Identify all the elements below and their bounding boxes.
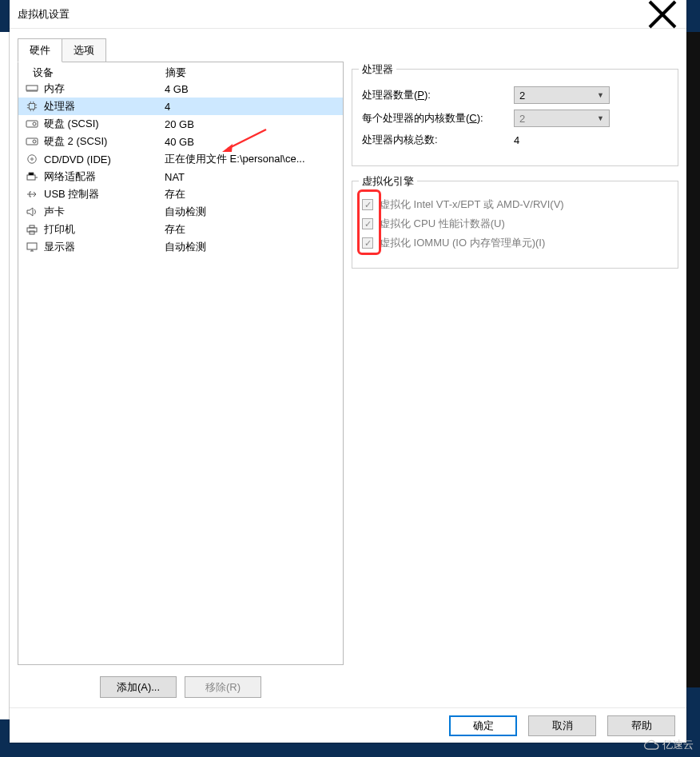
right-column: 处理器 处理器数量(P): 2▼ 每个处理器的内核数量(C): 2▼ 处理器内核… [352,62,678,699]
device-row[interactable]: 打印机存在 [18,221,343,238]
svg-rect-10 [30,225,34,228]
device-name: 显示器 [44,240,75,254]
cores-per-proc-label: 每个处理器的内核数量(C): [362,111,514,126]
usb-icon [25,189,39,200]
cancel-button[interactable]: 取消 [528,715,596,736]
device-row[interactable]: 硬盘 (SCSI)20 GB [18,115,343,133]
device-row[interactable]: 硬盘 2 (SCSI)40 GB [18,133,343,150]
sound-icon [25,206,39,217]
device-row[interactable]: 声卡自动检测 [18,203,343,221]
vm-settings-dialog: 虚拟机设置 硬件 选项 设备 摘要 内存4 GB处理器4硬盘 (SCSI)20 … [10,0,686,743]
chevron-down-icon: ▼ [597,91,604,99]
device-name: CD/DVD (IDE) [44,153,111,165]
device-summary: 正在使用文件 E:\personal\ce... [165,152,333,166]
disk-icon [25,118,39,129]
svg-rect-0 [26,86,38,90]
total-cores-label: 处理器内核总数: [362,133,514,147]
cd-icon [25,153,39,165]
dialog-body: 设备 摘要 内存4 GB处理器4硬盘 (SCSI)20 GB硬盘 2 (SCSI… [10,62,686,707]
titlebar: 虚拟机设置 [10,0,686,29]
close-button[interactable] [646,0,678,29]
device-name: 内存 [44,82,65,96]
device-summary: 40 GB [165,136,333,148]
svg-point-6 [28,155,37,164]
virt-perf-row: ✓ 虚拟化 CPU 性能计数器(U) [362,217,668,231]
virtualization-legend: 虚拟化引擎 [359,174,417,189]
display-icon [25,241,39,253]
total-cores-value: 4 [514,134,668,146]
virt-iommu-checkbox[interactable]: ✓ [362,237,373,249]
device-summary: 存在 [165,222,333,237]
dialog-title: 虚拟机设置 [18,7,646,22]
add-button[interactable]: 添加(A)... [100,676,177,698]
processor-count-row: 处理器数量(P): 2▼ [362,86,668,104]
device-summary: 4 [165,101,333,113]
total-cores-row: 处理器内核总数: 4 [362,133,668,147]
virtualization-group: 虚拟化引擎 ✓ 虚拟化 Intel VT-x/EPT 或 AMD-V/RVI(V… [352,181,678,269]
virt-iommu-label: 虚拟化 IOMMU (IO 内存管理单元)(I) [380,236,545,250]
virt-vt-checkbox[interactable]: ✓ [362,199,373,210]
virt-vt-label: 虚拟化 Intel VT-x/EPT 或 AMD-V/RVI(V) [380,197,564,212]
svg-point-3 [33,122,36,126]
device-summary: 自动检测 [165,240,333,254]
processor-count-label: 处理器数量(P): [362,88,514,102]
device-row[interactable]: CD/DVD (IDE)正在使用文件 E:\personal\ce... [18,150,343,168]
device-name: USB 控制器 [44,187,99,201]
tab-options[interactable]: 选项 [62,38,106,62]
device-name: 处理器 [44,99,75,114]
device-row[interactable]: 网络适配器NAT [18,168,343,185]
device-summary: 存在 [165,187,333,201]
device-row[interactable]: 显示器自动检测 [18,238,343,256]
svg-point-5 [33,140,36,143]
device-name: 硬盘 (SCSI) [44,117,99,131]
device-list: 设备 摘要 内存4 GB处理器4硬盘 (SCSI)20 GB硬盘 2 (SCSI… [18,62,344,665]
device-summary: 4 GB [165,83,333,95]
device-row[interactable]: 内存4 GB [18,80,343,98]
processor-group: 处理器 处理器数量(P): 2▼ 每个处理器的内核数量(C): 2▼ 处理器内核… [352,69,678,166]
cpu-icon [25,101,39,112]
dialog-footer: 确定 取消 帮助 [10,707,686,743]
background-terminal [686,32,700,687]
device-name: 网络适配器 [44,169,96,184]
device-summary: NAT [165,171,333,183]
virt-iommu-row: ✓ 虚拟化 IOMMU (IO 内存管理单元)(I) [362,236,668,250]
device-list-header: 设备 摘要 [18,62,343,80]
device-name: 声卡 [44,205,65,219]
virt-vt-row: ✓ 虚拟化 Intel VT-x/EPT 或 AMD-V/RVI(V) [362,197,668,212]
tab-hardware[interactable]: 硬件 [18,38,62,62]
processor-count-combo[interactable]: 2▼ [514,86,610,104]
svg-rect-8 [27,175,35,180]
device-row[interactable]: USB 控制器存在 [18,185,343,203]
svg-rect-12 [27,243,37,249]
device-button-row: 添加(A)... 移除(R) [18,665,344,699]
net-icon [25,171,39,182]
svg-rect-1 [30,104,35,110]
device-summary: 20 GB [165,118,333,130]
disk-icon [25,136,39,147]
virt-perf-checkbox[interactable]: ✓ [362,218,373,229]
background-left [0,32,10,719]
left-column: 设备 摘要 内存4 GB处理器4硬盘 (SCSI)20 GB硬盘 2 (SCSI… [18,62,344,699]
ok-button[interactable]: 确定 [449,715,517,736]
device-summary: 自动检测 [165,205,333,219]
tab-strip: 硬件 选项 [10,29,686,62]
printer-icon [25,224,39,235]
memory-icon [25,83,39,94]
chevron-down-icon: ▼ [597,114,604,122]
col-device-header: 设备 [30,66,165,80]
close-icon [646,0,678,30]
cores-per-proc-row: 每个处理器的内核数量(C): 2▼ [362,110,668,127]
remove-button: 移除(R) [185,676,261,698]
col-summary-header: 摘要 [165,66,333,80]
svg-point-7 [31,158,34,161]
device-name: 打印机 [44,222,75,237]
help-button[interactable]: 帮助 [607,715,675,736]
virt-perf-label: 虚拟化 CPU 性能计数器(U) [380,217,505,231]
processor-legend: 处理器 [359,62,396,77]
device-row[interactable]: 处理器4 [18,98,343,115]
device-name: 硬盘 2 (SCSI) [44,134,107,149]
cores-per-proc-combo[interactable]: 2▼ [514,110,610,127]
